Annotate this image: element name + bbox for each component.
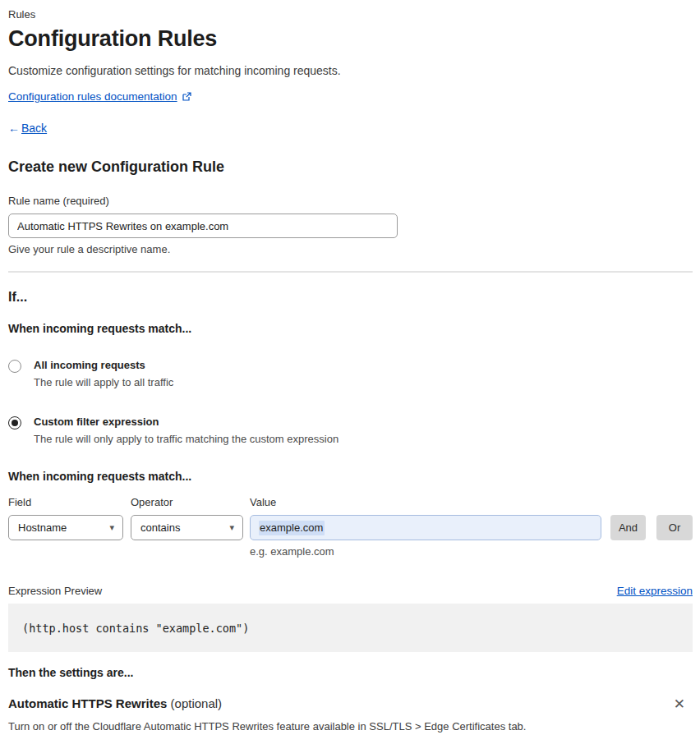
expression-builder-row: Field Hostname ▾ Operator contains ▾ Val… bbox=[8, 496, 693, 558]
match-heading: When incoming requests match... bbox=[8, 322, 693, 335]
radio-option-custom-filter[interactable]: Custom filter expression The rule will o… bbox=[8, 416, 693, 445]
close-icon[interactable]: ✕ bbox=[674, 697, 685, 711]
field-select[interactable]: Hostname ▾ bbox=[8, 515, 123, 540]
breadcrumb: Rules bbox=[8, 8, 693, 21]
if-heading: If... bbox=[8, 290, 693, 305]
value-help: e.g. example.com bbox=[250, 545, 601, 558]
documentation-link[interactable]: Configuration rules documentation bbox=[8, 90, 177, 103]
section-divider bbox=[8, 271, 693, 273]
edit-expression-link[interactable]: Edit expression bbox=[617, 585, 693, 597]
expression-preview-code: (http.host contains "example.com") bbox=[8, 604, 693, 652]
setting-name: Automatic HTTPS Rewrites (optional) bbox=[8, 696, 222, 710]
rule-name-input[interactable] bbox=[8, 214, 398, 238]
chevron-down-icon: ▾ bbox=[229, 522, 234, 533]
radio-unchecked-icon bbox=[8, 360, 21, 373]
rule-name-help: Give your rule a descriptive name. bbox=[8, 243, 693, 255]
operator-label: Operator bbox=[131, 496, 243, 508]
value-input[interactable]: example.com bbox=[250, 515, 601, 540]
builder-heading: When incoming requests match... bbox=[8, 470, 693, 483]
operator-select[interactable]: contains ▾ bbox=[131, 515, 243, 540]
radio-checked-icon bbox=[8, 416, 21, 429]
value-label: Value bbox=[250, 496, 601, 508]
chevron-down-icon: ▾ bbox=[109, 522, 114, 533]
and-button[interactable]: And bbox=[610, 515, 646, 540]
radio-option-all-requests[interactable]: All incoming requests The rule will appl… bbox=[8, 359, 693, 388]
create-rule-heading: Create new Configuration Rule bbox=[8, 158, 693, 176]
back-link[interactable]: ←Back bbox=[8, 122, 47, 135]
configuration-rules-page: Rules Configuration Rules Customize conf… bbox=[0, 0, 700, 744]
then-heading: Then the settings are... bbox=[8, 666, 693, 679]
expression-preview-label: Expression Preview bbox=[8, 585, 102, 597]
field-label: Field bbox=[8, 496, 123, 508]
setting-description: Turn on or off the Cloudflare Automatic … bbox=[8, 720, 693, 733]
page-title: Configuration Rules bbox=[8, 26, 693, 52]
page-description: Customize configuration settings for mat… bbox=[8, 64, 693, 77]
or-button[interactable]: Or bbox=[656, 515, 693, 540]
external-link-icon bbox=[182, 92, 191, 102]
rule-name-label: Rule name (required) bbox=[8, 195, 693, 207]
back-arrow-icon: ← bbox=[8, 122, 20, 135]
setting-header: Automatic HTTPS Rewrites (optional) ✕ bbox=[8, 696, 693, 711]
